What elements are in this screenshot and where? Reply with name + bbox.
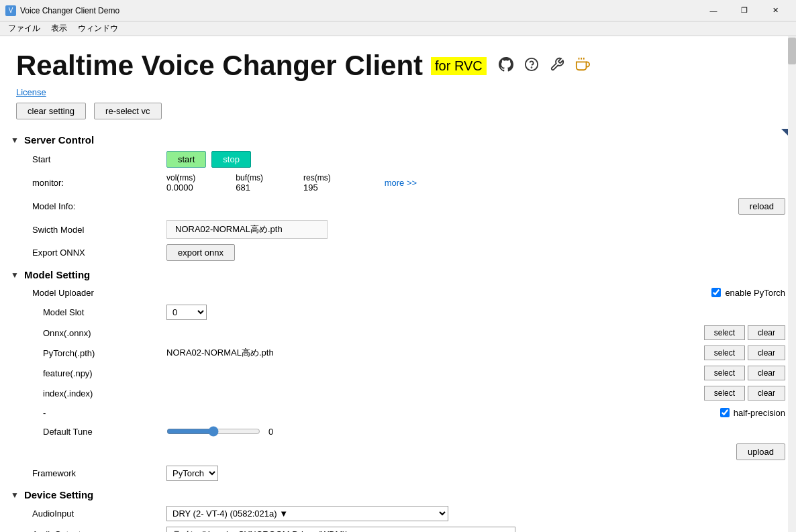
feature-row: feature(.npy) select clear [11,363,785,383]
pytorch-clear-button[interactable]: clear [748,345,785,360]
model-slot-row: Model Slot 0 1 2 3 4 [11,302,785,323]
help-icon[interactable] [523,56,540,76]
more-link[interactable]: more >> [385,178,417,188]
pytorch-buttons: select clear [704,345,785,360]
default-tune-label: Default Tune [32,427,166,437]
upload-row: upload [11,441,785,463]
app-icon: V [5,5,16,16]
buf-value: 681 [236,182,263,193]
clear-setting-button[interactable]: clear setting [16,103,86,119]
window-title: Voice Changer Client Demo [20,6,698,15]
model-slot-select[interactable]: 0 1 2 3 4 [166,305,207,320]
header-area: Realtime Voice Changer Client for RVC Li… [0,36,796,129]
minimize-button[interactable]: — [698,0,729,21]
start-button[interactable]: start [166,151,206,168]
model-uploader-label: Model Uploader [32,288,166,298]
menu-window[interactable]: ウィンドウ [72,21,123,36]
half-precision-checkbox[interactable] [720,408,730,417]
model-slot-label: Model Slot [32,307,166,317]
framework-select[interactable]: PyTorch ONNX [166,466,218,481]
index-buttons: select clear [704,386,785,401]
feature-clear-button[interactable]: clear [748,366,785,380]
restore-button[interactable]: ❐ [729,0,760,21]
titlebar: V Voice Changer Client Demo — ❐ ✕ [0,0,796,21]
audio-output-label: AudioOutput [32,529,166,532]
audio-output-row: AudioOutput ライン (Yamaha SYNCROOM Driver … [11,524,785,532]
feature-select-button[interactable]: select [704,366,745,380]
onnx-buttons: select clear [704,325,785,340]
device-setting-arrow: ▼ [11,490,19,500]
device-setting-header[interactable]: ▼ Device Setting [11,489,785,500]
server-control-section: ▼ Server Control Start start stop monito… [0,134,796,264]
monitor-row: monitor: vol(rms) 0.0000 buf(ms) 681 res… [11,170,785,195]
model-uploader-row: Model Uploader enable PyTorch [11,283,785,302]
pytorch-value: NORA02-NORMAL高め.pth [166,347,274,359]
header-icons [497,56,591,76]
app-subtitle: for RVC [431,57,487,75]
onnx-row: Onnx(.onnx) select clear [11,323,785,343]
model-setting-header[interactable]: ▼ Model Setting [11,269,785,280]
start-label: Start [32,154,166,164]
license-link[interactable]: License [16,87,780,97]
server-control-header[interactable]: ▼ Server Control [11,134,785,146]
menu-view[interactable]: 表示 [46,21,72,36]
onnx-clear-button[interactable]: clear [748,325,785,340]
upload-button[interactable]: upload [736,443,785,460]
dash-label: - [32,408,166,418]
device-setting-label: Device Setting [24,489,93,500]
onnx-select-button[interactable]: select [704,325,745,340]
enable-pytorch-label: enable PyTorch [711,288,785,298]
audio-input-label: AudioInput [32,509,166,519]
vol-label: vol(rms) [166,173,195,182]
export-onnx-button[interactable]: export onnx [166,244,235,261]
audio-input-row: AudioInput DRY (2- VT-4) (0582:021a) ▼ [11,503,785,524]
pytorch-select-button[interactable]: select [704,345,745,360]
feature-buttons: select clear [704,366,785,380]
default-tune-value: 0 [268,427,273,437]
half-precision-row: - half-precision [11,403,785,422]
svg-point-4 [531,67,532,68]
reload-button[interactable]: reload [738,198,785,215]
enable-pytorch-text: enable PyTorch [725,288,785,298]
device-setting-section: ▼ Device Setting AudioInput DRY (2- VT-4… [0,489,796,532]
coffee-icon[interactable] [574,56,591,76]
wrench-icon[interactable] [548,56,566,76]
start-stop-row: start stop [166,151,251,168]
framework-row: Framework PyTorch ONNX [11,463,785,484]
pytorch-row: PyTorch(.pth) NORA02-NORMAL高め.pth select… [11,343,785,363]
enable-pytorch-checkbox[interactable] [711,288,721,297]
index-row: index(.index) select clear [11,383,785,403]
export-onnx-row: Export ONNX export onnx [11,242,785,264]
default-tune-slider[interactable] [166,426,260,437]
model-info-label: Model Info: [32,201,166,211]
audio-output-select[interactable]: ライン (Yamaha SYNCROOM Driver (WDM)) ▼ [166,527,515,532]
scrollbar-thumb[interactable] [788,38,796,64]
index-select-button[interactable]: select [704,386,745,401]
menu-file[interactable]: ファイル [3,21,46,36]
audio-input-select[interactable]: DRY (2- VT-4) (0582:021a) ▼ [166,506,448,521]
model-setting-arrow: ▼ [11,270,19,280]
stop-button[interactable]: stop [211,151,251,168]
server-control-arrow: ▼ [11,136,19,145]
monitor-label: monitor: [32,178,166,188]
res-label: res(ms) [303,173,331,182]
onnx-label: Onnx(.onnx) [32,328,166,338]
default-tune-row: Default Tune 0 [11,422,785,441]
half-precision-text: half-precision [734,408,785,418]
export-onnx-label: Export ONNX [32,248,166,258]
model-setting-label: Model Setting [24,269,90,280]
start-row: Start start stop [11,148,785,170]
reselect-vc-button[interactable]: re-select vc [94,103,161,119]
buf-label: buf(ms) [236,173,263,182]
switch-model-value: NORA02-NORMAL高め.pth [166,220,328,239]
index-label: index(.index) [32,388,166,398]
default-tune-slider-container: 0 [166,426,273,437]
window-controls: — ❐ ✕ [698,0,791,21]
pytorch-label: PyTorch(.pth) [32,348,166,358]
index-clear-button[interactable]: clear [748,386,785,401]
model-info-row: Model Info: reload [11,195,785,217]
top-button-row: clear setting re-select vc [16,103,780,119]
github-icon[interactable] [497,56,515,76]
close-button[interactable]: ✕ [760,0,791,21]
half-precision-label: half-precision [720,408,785,418]
